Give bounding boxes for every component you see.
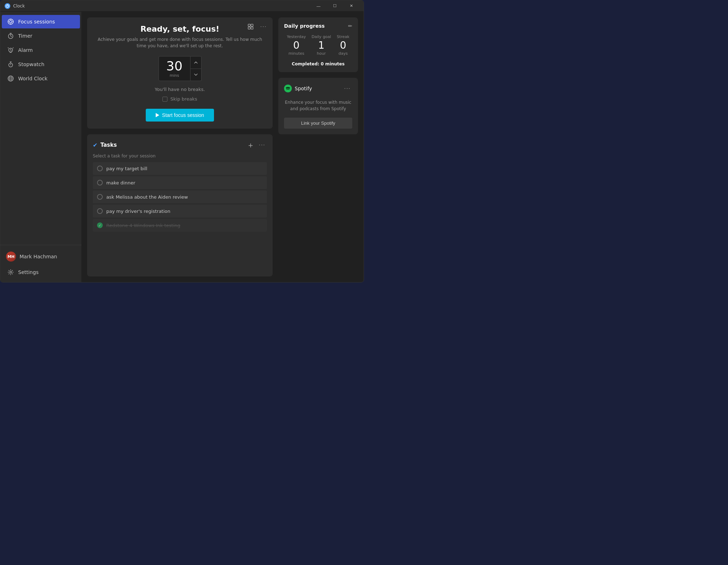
daily-goal-label: Daily goal bbox=[312, 34, 331, 39]
sidebar-item-world-clock[interactable]: World Clock bbox=[2, 72, 80, 85]
tasks-more-button[interactable]: ··· bbox=[257, 140, 267, 150]
stopwatch-icon bbox=[7, 61, 14, 68]
daily-progress-title: Daily progress bbox=[284, 23, 348, 29]
time-arrows bbox=[191, 56, 202, 81]
sidebar-item-timer[interactable]: Timer bbox=[2, 29, 80, 43]
daily-goal-value: 1 bbox=[312, 41, 331, 50]
task-radio-2[interactable] bbox=[97, 180, 103, 185]
spotify-more-button[interactable]: ··· bbox=[342, 84, 352, 93]
sidebar-item-alarm-label: Alarm bbox=[18, 47, 33, 53]
add-task-button[interactable]: + bbox=[246, 140, 256, 150]
task-item-5[interactable]: ✓ Redstone 4 Windows Ink testing bbox=[93, 219, 267, 232]
focus-more-icon[interactable]: ··· bbox=[258, 22, 268, 32]
daily-goal-unit: hour bbox=[312, 51, 331, 56]
titlebar: Clock — ☐ ✕ bbox=[0, 0, 364, 12]
maximize-button[interactable]: ☐ bbox=[327, 0, 343, 12]
sidebar: Focus sessions Timer bbox=[0, 12, 81, 282]
dp-stats: Yesterday 0 minutes Daily goal 1 hour St… bbox=[284, 34, 352, 56]
center-panel: ··· Ready, set, focus! Achieve your goal… bbox=[87, 17, 273, 276]
svg-point-4 bbox=[10, 21, 12, 23]
yesterday-value: 0 bbox=[287, 41, 306, 50]
sidebar-item-settings[interactable]: Settings bbox=[2, 265, 80, 279]
start-focus-session-button[interactable]: Start focus session bbox=[146, 109, 214, 122]
edit-icon[interactable]: ✏ bbox=[348, 23, 352, 29]
start-button-label: Start focus session bbox=[162, 112, 204, 118]
decrement-minutes-button[interactable] bbox=[191, 69, 201, 81]
minutes-value: 30 bbox=[166, 60, 183, 72]
skip-breaks-checkbox[interactable] bbox=[162, 97, 167, 102]
no-breaks-text: You'll have no breaks. bbox=[93, 87, 267, 92]
spotify-logo bbox=[284, 85, 292, 92]
select-task-label: Select a task for your session bbox=[93, 154, 267, 158]
streak-stat: Streak 0 days bbox=[337, 34, 349, 56]
sidebar-item-stopwatch-label: Stopwatch bbox=[18, 61, 44, 67]
user-avatar: MH bbox=[6, 252, 16, 262]
play-icon bbox=[156, 113, 159, 117]
sidebar-item-stopwatch[interactable]: Stopwatch bbox=[2, 58, 80, 71]
user-name: Mark Hachman bbox=[20, 254, 57, 259]
tasks-header: ✔ Tasks + ··· bbox=[93, 140, 267, 150]
svg-point-3 bbox=[8, 19, 14, 25]
sidebar-item-focus-sessions-label: Focus sessions bbox=[18, 19, 55, 25]
spotify-description: Enhance your focus with music and podcas… bbox=[284, 99, 352, 112]
sidebar-item-focus-sessions[interactable]: Focus sessions bbox=[2, 15, 80, 28]
streak-unit: days bbox=[337, 51, 349, 56]
svg-point-20 bbox=[10, 271, 12, 273]
task-text-1: pay my target bill bbox=[106, 166, 147, 171]
window-controls: — ☐ ✕ bbox=[310, 0, 359, 12]
minimize-button[interactable]: — bbox=[310, 0, 327, 12]
yesterday-stat: Yesterday 0 minutes bbox=[287, 34, 306, 56]
svg-rect-21 bbox=[248, 24, 250, 26]
focus-subtitle: Achieve your goals and get more done wit… bbox=[93, 36, 267, 49]
spotify-header: Spotify ··· bbox=[284, 84, 352, 93]
right-panel: Daily progress ✏ Yesterday 0 minutes Dai… bbox=[278, 17, 358, 276]
main-content: ··· Ready, set, focus! Achieve your goal… bbox=[81, 12, 364, 282]
task-item-4[interactable]: pay my driver's registration bbox=[93, 205, 267, 217]
yesterday-label: Yesterday bbox=[287, 34, 306, 39]
task-text-5: Redstone 4 Windows Ink testing bbox=[106, 223, 180, 228]
completed-value: 0 minutes bbox=[321, 61, 344, 66]
user-profile[interactable]: MH Mark Hachman bbox=[0, 248, 81, 265]
skip-breaks-row: Skip breaks bbox=[93, 96, 267, 102]
tasks-actions: + ··· bbox=[246, 140, 267, 150]
completed-label: Completed: bbox=[292, 61, 320, 66]
dp-header: Daily progress ✏ bbox=[284, 23, 352, 29]
tasks-card: ✔ Tasks + ··· Select a task for your ses… bbox=[87, 134, 273, 276]
spotify-card: Spotify ··· Enhance your focus with musi… bbox=[278, 78, 358, 134]
time-picker: 30 mins bbox=[93, 56, 267, 81]
time-display: 30 mins bbox=[159, 56, 191, 81]
increment-minutes-button[interactable] bbox=[191, 56, 201, 69]
task-radio-5[interactable]: ✓ bbox=[97, 222, 103, 228]
minutes-label: mins bbox=[170, 73, 179, 78]
card-header-icons: ··· bbox=[246, 22, 268, 32]
focus-title: Ready, set, focus! bbox=[93, 25, 267, 33]
app-window: Clock — ☐ ✕ Focus sess bbox=[0, 0, 364, 282]
tasks-check-icon: ✔ bbox=[93, 142, 97, 149]
task-item-1[interactable]: pay my target bill bbox=[93, 162, 267, 175]
spotify-title: Spotify bbox=[295, 86, 342, 91]
link-spotify-button[interactable]: Link your Spotify bbox=[284, 118, 352, 129]
skip-breaks-label: Skip breaks bbox=[170, 96, 197, 102]
settings-icon bbox=[7, 269, 14, 275]
close-button[interactable]: ✕ bbox=[343, 0, 359, 12]
sidebar-item-timer-label: Timer bbox=[18, 33, 32, 39]
sidebar-item-alarm[interactable]: Alarm bbox=[2, 43, 80, 57]
task-text-3: ask Melissa about the Aiden review bbox=[106, 194, 188, 200]
tasks-title: Tasks bbox=[100, 142, 246, 148]
focus-card: ··· Ready, set, focus! Achieve your goal… bbox=[87, 17, 273, 129]
task-radio-4[interactable] bbox=[97, 208, 103, 214]
focus-sessions-icon bbox=[7, 18, 14, 25]
yesterday-unit: minutes bbox=[287, 51, 306, 56]
sidebar-bottom: MH Mark Hachman Settings bbox=[0, 245, 81, 279]
task-item-3[interactable]: ask Melissa about the Aiden review bbox=[93, 190, 267, 203]
task-radio-3[interactable] bbox=[97, 194, 103, 200]
settings-label: Settings bbox=[18, 269, 38, 275]
task-item-2[interactable]: make dinner bbox=[93, 176, 267, 189]
daily-goal-stat: Daily goal 1 hour bbox=[312, 34, 331, 56]
task-radio-1[interactable] bbox=[97, 166, 103, 171]
task-text-2: make dinner bbox=[106, 180, 135, 185]
daily-progress-card: Daily progress ✏ Yesterday 0 minutes Dai… bbox=[278, 17, 358, 72]
sidebar-item-world-clock-label: World Clock bbox=[18, 76, 48, 81]
focus-expand-icon[interactable] bbox=[246, 22, 256, 32]
app-icon bbox=[5, 3, 10, 9]
